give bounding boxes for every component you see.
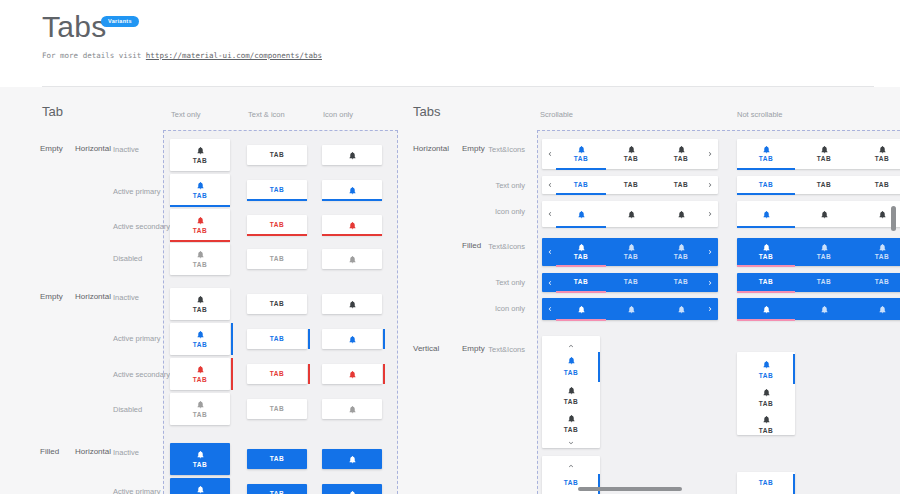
- tab-cell[interactable]: [322, 180, 382, 200]
- tab-item[interactable]: TAB: [606, 238, 656, 266]
- group-fill-label: Empty: [40, 292, 63, 301]
- tab-cell[interactable]: TAB: [170, 478, 230, 494]
- tab-cell[interactable]: [322, 249, 382, 269]
- tab-cell[interactable]: [322, 364, 382, 384]
- tab-item[interactable]: TAB: [795, 176, 853, 194]
- tab-label: TAB: [574, 156, 589, 163]
- tab-item[interactable]: [737, 298, 795, 320]
- vertical-scrollbar-thumb[interactable]: [891, 206, 896, 231]
- tab-label: TAB: [574, 182, 589, 189]
- tab-cell[interactable]: TAB: [170, 174, 230, 206]
- tab-cell[interactable]: TAB: [170, 443, 230, 475]
- tab-item[interactable]: TAB: [556, 238, 606, 266]
- docs-link[interactable]: https://material-ui.com/components/tabs: [146, 51, 322, 60]
- tab-item[interactable]: [656, 201, 706, 227]
- tab-label: TAB: [624, 156, 639, 163]
- tab-cell[interactable]: TAB: [247, 249, 307, 269]
- horizontal-scrollbar-thumb[interactable]: [578, 487, 682, 491]
- tab-item[interactable]: [556, 201, 606, 227]
- tab-cell[interactable]: [322, 484, 382, 494]
- tab-item[interactable]: TAB: [556, 273, 606, 292]
- tab-item[interactable]: TAB: [606, 139, 656, 169]
- tab-item[interactable]: TAB: [656, 273, 706, 292]
- chevron-left-icon[interactable]: [546, 210, 554, 218]
- tabs-card-vertical-scrollable[interactable]: TABTABTAB: [542, 336, 600, 448]
- tabs-card-vertical-not-scrollable[interactable]: TAB: [737, 472, 795, 494]
- tab-cell[interactable]: TAB: [170, 323, 230, 355]
- tab-item[interactable]: TAB: [795, 139, 853, 169]
- tab-cell[interactable]: TAB: [247, 364, 307, 384]
- tab-item[interactable]: TAB: [737, 273, 795, 292]
- tab-cell[interactable]: TAB: [247, 215, 307, 235]
- tab-cell[interactable]: TAB: [247, 180, 307, 200]
- chevron-left-icon[interactable]: [546, 150, 554, 158]
- tab-item[interactable]: TAB: [737, 176, 795, 194]
- tab-item[interactable]: TAB: [853, 176, 900, 194]
- tab-item[interactable]: TAB: [556, 176, 606, 194]
- tab-item[interactable]: TAB: [737, 238, 795, 266]
- tab-cell[interactable]: TAB: [247, 484, 307, 494]
- tab-cell[interactable]: TAB: [170, 393, 230, 425]
- chevron-left-icon[interactable]: [546, 279, 554, 287]
- tab-item[interactable]: [795, 201, 853, 227]
- tab-item[interactable]: TAB: [795, 273, 853, 292]
- tabs-card-vertical-not-scrollable[interactable]: TABTABTAB: [737, 352, 795, 435]
- tab-cell[interactable]: [322, 399, 382, 419]
- tab-cell[interactable]: [322, 294, 382, 314]
- tab-item[interactable]: TAB: [656, 139, 706, 169]
- tab-item[interactable]: TAB: [853, 273, 900, 292]
- tab-item[interactable]: TAB: [853, 238, 900, 266]
- tab-item[interactable]: TAB: [737, 139, 795, 169]
- tab-item[interactable]: [606, 201, 656, 227]
- tab-cell[interactable]: TAB: [170, 358, 230, 390]
- active-tab-indicator: [737, 226, 795, 228]
- tab-cell[interactable]: TAB: [247, 399, 307, 419]
- chevron-right-icon[interactable]: [706, 150, 714, 158]
- chevron-right-icon[interactable]: [706, 279, 714, 287]
- tab-item[interactable]: [656, 298, 706, 320]
- tab-label: TAB: [759, 156, 774, 163]
- tab-cell[interactable]: [322, 215, 382, 235]
- tab-item[interactable]: TAB: [606, 273, 656, 292]
- tab-item[interactable]: TAB: [556, 139, 606, 169]
- chevron-left-icon[interactable]: [546, 181, 554, 189]
- tab-item[interactable]: [853, 298, 900, 320]
- bell-icon: [677, 243, 686, 252]
- tab-item[interactable]: TAB: [656, 176, 706, 194]
- tab-cell[interactable]: TAB: [247, 329, 307, 349]
- chevron-left-icon[interactable]: [546, 248, 554, 256]
- tab-label: TAB: [817, 182, 832, 189]
- tabs-bar-scrollable: TABTABTAB: [542, 139, 718, 169]
- tab-cell[interactable]: TAB: [247, 145, 307, 165]
- state-label: Disabled: [113, 405, 142, 414]
- bell-icon: [348, 221, 357, 230]
- tab-label: TAB: [193, 262, 208, 269]
- tab-cell[interactable]: [322, 145, 382, 165]
- tab-item[interactable]: [737, 201, 795, 227]
- tab-item[interactable]: TAB: [853, 139, 900, 169]
- chevron-up-icon[interactable]: [542, 342, 600, 350]
- tab-cell[interactable]: TAB: [247, 294, 307, 314]
- chevron-down-icon[interactable]: [542, 439, 600, 447]
- chevron-right-icon[interactable]: [706, 248, 714, 256]
- chevron-right-icon[interactable]: [706, 210, 714, 218]
- tab-cell[interactable]: TAB: [170, 139, 230, 171]
- tab-cell[interactable]: TAB: [170, 209, 230, 241]
- tab-cell[interactable]: TAB: [170, 243, 230, 275]
- chevron-right-icon[interactable]: [706, 305, 714, 313]
- tab-item[interactable]: TAB: [606, 176, 656, 194]
- chevron-up-icon[interactable]: [542, 462, 600, 470]
- chevron-left-icon[interactable]: [546, 305, 554, 313]
- tab-cell[interactable]: [322, 329, 382, 349]
- active-tab-indicator: [556, 193, 606, 195]
- tab-item[interactable]: [795, 298, 853, 320]
- tab-cell[interactable]: TAB: [170, 288, 230, 320]
- tab-cell[interactable]: [322, 449, 382, 469]
- tab-item[interactable]: TAB: [656, 238, 706, 266]
- tab-label: TAB: [270, 187, 285, 194]
- tab-item[interactable]: [556, 298, 606, 320]
- chevron-right-icon[interactable]: [706, 181, 714, 189]
- tab-item[interactable]: [606, 298, 656, 320]
- tab-item[interactable]: TAB: [795, 238, 853, 266]
- tab-cell[interactable]: TAB: [247, 449, 307, 469]
